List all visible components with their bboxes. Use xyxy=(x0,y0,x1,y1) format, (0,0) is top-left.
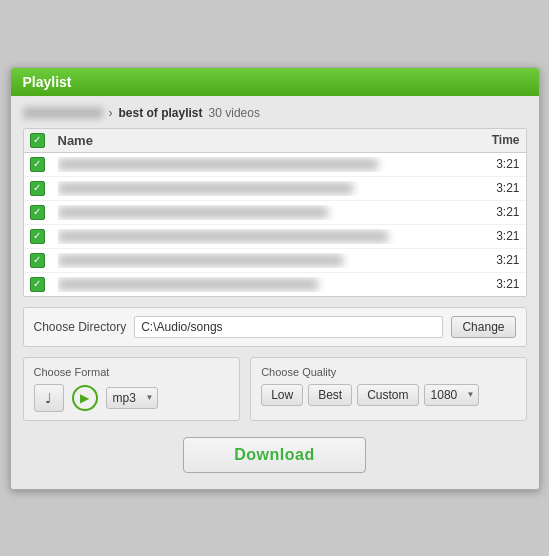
directory-section: Choose Directory Change xyxy=(23,307,527,347)
resolution-select[interactable]: 1080 720 480 360 xyxy=(424,384,479,406)
format-title: Choose Format xyxy=(34,366,230,378)
table-row: 3:21 xyxy=(24,225,526,249)
table-row: 3:21 xyxy=(24,153,526,177)
music-note-button[interactable]: ♩ xyxy=(34,384,64,412)
format-select-wrap: mp3 mp4 aac wav xyxy=(106,387,158,409)
table-row: 3:21 xyxy=(24,177,526,201)
header-check-col xyxy=(30,133,58,148)
row-checkbox-6[interactable] xyxy=(30,277,45,292)
change-button[interactable]: Change xyxy=(451,316,515,338)
table-row: 3:21 xyxy=(24,273,526,296)
resolution-select-wrap: 1080 720 480 360 xyxy=(424,384,479,406)
format-select[interactable]: mp3 mp4 aac wav xyxy=(106,387,158,409)
row-checkbox-3[interactable] xyxy=(30,205,45,220)
row-checkbox-2[interactable] xyxy=(30,181,45,196)
row-title-blurred-1 xyxy=(58,159,378,170)
row-title-blurred-6 xyxy=(58,279,318,290)
bottom-sections: Choose Format ♩ ▶ mp3 mp4 aac xyxy=(23,357,527,421)
content-area: › best of playlist 30 videos Name Time xyxy=(11,96,539,489)
row-title-blurred-4 xyxy=(58,231,388,242)
custom-quality-button[interactable]: Custom xyxy=(357,384,418,406)
row-title-blurred-3 xyxy=(58,207,328,218)
row-time-2: 3:21 xyxy=(475,181,520,195)
row-time-6: 3:21 xyxy=(475,277,520,291)
playlist-info: › best of playlist 30 videos xyxy=(23,106,527,120)
table-header: Name Time xyxy=(24,129,526,153)
main-window: Playlist › best of playlist 30 videos Na… xyxy=(10,67,540,490)
playlist-name: best of playlist xyxy=(119,106,203,120)
low-quality-button[interactable]: Low xyxy=(261,384,303,406)
row-time-1: 3:21 xyxy=(475,157,520,171)
row-time-3: 3:21 xyxy=(475,205,520,219)
row-title-blurred-2 xyxy=(58,183,353,194)
row-checkbox-5[interactable] xyxy=(30,253,45,268)
table-row: 3:21 xyxy=(24,201,526,225)
quality-section: Choose Quality Low Best Custom 1080 720 … xyxy=(250,357,526,421)
table-body: 3:21 3:21 3:21 xyxy=(24,153,526,296)
play-triangle-icon: ▶ xyxy=(80,391,89,405)
row-title-blurred-5 xyxy=(58,255,343,266)
separator: › xyxy=(109,106,113,120)
best-quality-button[interactable]: Best xyxy=(308,384,352,406)
row-time-4: 3:21 xyxy=(475,229,520,243)
download-section: Download xyxy=(23,433,527,479)
format-controls: ♩ ▶ mp3 mp4 aac wav xyxy=(34,384,230,412)
row-time-5: 3:21 xyxy=(475,253,520,267)
quality-title: Choose Quality xyxy=(261,366,515,378)
quality-controls: Low Best Custom 1080 720 480 360 xyxy=(261,384,515,406)
video-count: 30 videos xyxy=(209,106,260,120)
select-all-checkbox[interactable] xyxy=(30,133,45,148)
username-blurred xyxy=(23,107,103,119)
row-checkbox-1[interactable] xyxy=(30,157,45,172)
title-label: Playlist xyxy=(23,74,72,90)
play-circle-icon: ▶ xyxy=(72,385,98,411)
directory-label: Choose Directory xyxy=(34,320,127,334)
playlist-table: Name Time 3:21 xyxy=(23,128,527,297)
row-checkbox-4[interactable] xyxy=(30,229,45,244)
music-note-icon: ♩ xyxy=(45,390,52,406)
header-time-col: Time xyxy=(475,133,520,147)
play-button[interactable]: ▶ xyxy=(70,384,100,412)
table-row: 3:21 xyxy=(24,249,526,273)
directory-input[interactable] xyxy=(134,316,443,338)
download-button[interactable]: Download xyxy=(183,437,365,473)
header-name-col: Name xyxy=(58,133,475,148)
title-bar: Playlist xyxy=(11,68,539,96)
format-section: Choose Format ♩ ▶ mp3 mp4 aac xyxy=(23,357,241,421)
